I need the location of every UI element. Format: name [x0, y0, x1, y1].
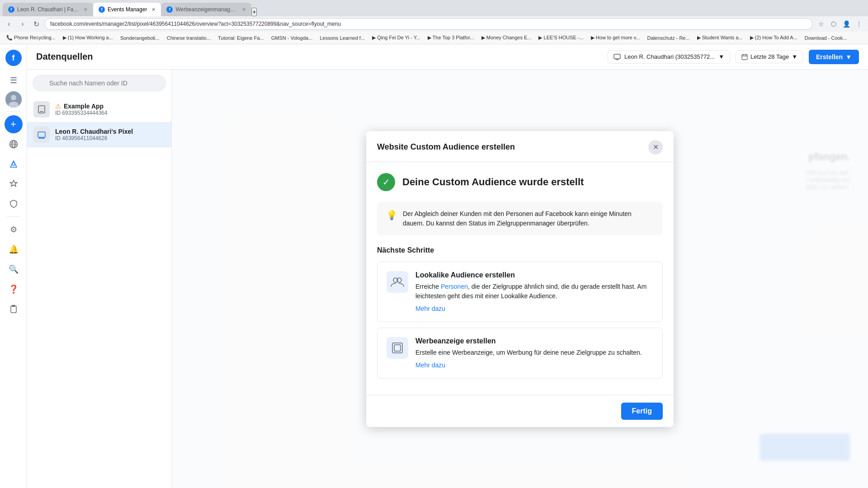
werbeanzeige-mehr-dazu-link[interactable]: Mehr dazu [415, 361, 445, 369]
list-item-pixel[interactable]: Leon R. Chaudhari's Pixel ID 46395641104… [27, 122, 171, 147]
create-button[interactable]: Erstellen ▼ [809, 50, 859, 64]
success-section: ✓ Deine Custom Audience wurde erstellt [377, 173, 663, 191]
reload-button[interactable]: ↻ [31, 19, 42, 29]
bookmark-phone[interactable]: 📞 Phone Recycling... [4, 34, 58, 42]
search-box: 🔍 [27, 70, 171, 97]
modal: Website Custom Audience erstellen ✕ ✓ De… [366, 131, 674, 427]
sidebar-item-star[interactable] [5, 175, 23, 193]
bookmark-student[interactable]: ▶ Student Wants a... [694, 34, 745, 42]
personen-link[interactable]: Personen [441, 283, 468, 290]
lookalike-content: Lookalike Audience erstellen Erreiche Pe… [415, 271, 653, 313]
werbeanzeige-desc: Erstelle eine Werbeanzeige, um Werbung f… [415, 348, 653, 357]
tab-werbeanzeigen[interactable]: f Werbeanzeigenmanager - We... ✕ [161, 3, 251, 16]
tab-close-facebook[interactable]: ✕ [84, 7, 88, 13]
next-steps-title: Nächste Schritte [377, 246, 663, 254]
menu-button[interactable]: ⋮ [854, 19, 864, 29]
bookmark-how-to[interactable]: ▶ (2) How To Add A... [747, 34, 800, 42]
bookmark-gmsn[interactable]: GMSN - Vologda... [269, 34, 316, 42]
sidebar: f ☰ + ⚙ 🔔 🔍 ❓ [0, 44, 27, 488]
werbeanzeige-card[interactable]: Werbeanzeige erstellen Erstelle eine Wer… [377, 328, 663, 379]
list-item-icon-pixel [33, 127, 50, 143]
bookmark-datenschutz[interactable]: Datenschutz - Re... [644, 34, 692, 42]
content-area: 🔍 ⚠ Example App ID 693395334444364 [27, 70, 868, 488]
fertig-button[interactable]: Fertig [621, 403, 663, 420]
sidebar-logo[interactable]: f [5, 50, 22, 66]
main-content: Datenquellen Leon R. Chaudhari (30325357… [27, 44, 868, 488]
lookalike-desc: Erreiche Personen, die der Zielgruppe äh… [415, 282, 653, 301]
tab-close-events-manager[interactable]: ✕ [151, 7, 156, 13]
success-heading: Deine Custom Audience wurde erstellt [402, 176, 584, 188]
sidebar-item-bell[interactable]: 🔔 [5, 240, 23, 258]
svg-point-1 [11, 95, 16, 100]
extensions-button[interactable]: ⬡ [828, 19, 839, 29]
forward-button[interactable]: › [17, 19, 28, 29]
date-filter-chevron-icon: ▼ [792, 53, 797, 60]
list-item-example-app[interactable]: ⚠ Example App ID 693395334444364 [27, 97, 171, 122]
sidebar-item-help[interactable]: ❓ [5, 280, 23, 298]
pixel-name: Leon R. Chaudhari's Pixel [55, 128, 165, 135]
bookmark-lessons[interactable]: Lessons Learned f... [317, 34, 368, 42]
bookmark-lee[interactable]: ▶ LEE'S HOUSE -... [536, 34, 586, 42]
werbeanzeige-content: Werbeanzeige erstellen Erstelle eine Wer… [415, 337, 653, 369]
bookmark-top3[interactable]: ▶ The Top 3 Platfor... [425, 34, 477, 42]
address-bar[interactable]: facebook.com/events/manager2/list/pixel/… [44, 18, 813, 30]
sidebar-item-settings[interactable]: ⚙ [5, 221, 23, 239]
lookalike-title: Lookalike Audience erstellen [415, 271, 653, 279]
tab-facebook[interactable]: f Leon R. Chaudhari | Facebook ✕ [3, 3, 93, 16]
sidebar-item-chart[interactable] [5, 155, 23, 173]
modal-header: Website Custom Audience erstellen ✕ [366, 131, 674, 162]
sidebar-item-search[interactable]: 🔍 [5, 260, 23, 278]
back-button[interactable]: ‹ [4, 19, 14, 29]
sidebar-item-menu[interactable]: ☰ [5, 71, 23, 89]
modal-body: ✓ Deine Custom Audience wurde erstellt 💡… [366, 162, 674, 395]
svg-rect-15 [38, 132, 45, 137]
bookmark-sonder[interactable]: Sonderangeboti... [118, 34, 162, 42]
bookmark-qing[interactable]: ▶ Qing Fei De Yi - Y... [369, 34, 423, 42]
tab-close-werbeanzeigen[interactable]: ✕ [242, 7, 246, 13]
app-container: f ☰ + ⚙ 🔔 🔍 ❓ Datenquellen [0, 44, 868, 488]
search-input[interactable] [33, 75, 166, 91]
page-title: Datenquellen [36, 52, 93, 62]
account-chevron-icon: ▼ [718, 53, 724, 60]
warning-icon: ⚠ [55, 103, 61, 110]
bookmark-more[interactable]: ▶ How to get more v... [588, 34, 643, 42]
left-panel: 🔍 ⚠ Example App ID 693395334444364 [27, 70, 172, 488]
svg-rect-12 [742, 55, 747, 60]
svg-rect-19 [394, 345, 401, 351]
lookalike-step-icon [387, 271, 408, 293]
new-tab-button[interactable]: + [251, 8, 257, 16]
bookmark-star-button[interactable]: ☆ [816, 19, 826, 29]
top-bar-right: Leon R. Chaudhari (3032535772... ▼ Letzt… [608, 50, 859, 64]
browser-nav: ‹ › ↻ facebook.com/events/manager2/list/… [0, 16, 868, 32]
svg-rect-11 [614, 54, 620, 59]
bookmarks-bar: 📞 Phone Recycling... ▶ (1) How Working a… [0, 32, 868, 44]
werbeanzeige-step-icon [387, 337, 408, 359]
tab-events-manager[interactable]: f Events Manager ✕ [93, 3, 161, 16]
werbeanzeige-title: Werbeanzeige erstellen [415, 337, 653, 345]
top-bar: Datenquellen Leon R. Chaudhari (30325357… [27, 44, 868, 70]
sidebar-item-add[interactable]: + [5, 115, 23, 133]
svg-rect-14 [40, 111, 43, 112]
sidebar-item-clipboard[interactable] [5, 300, 23, 318]
bookmark-download[interactable]: Download - Cook... [802, 34, 850, 42]
sidebar-avatar[interactable] [5, 91, 22, 108]
browser-tabs: f Leon R. Chaudhari | Facebook ✕ f Event… [0, 0, 868, 16]
lookalike-mehr-dazu-link[interactable]: Mehr dazu [415, 305, 445, 312]
sidebar-item-globe[interactable] [5, 135, 23, 153]
lookalike-card[interactable]: Lookalike Audience erstellen Erreiche Pe… [377, 262, 663, 322]
sidebar-divider-top [7, 111, 20, 112]
bookmark-tutorial[interactable]: Tutorial: Eigene Fa... [215, 34, 267, 42]
profile-button[interactable]: 👤 [841, 19, 852, 29]
list-item-icon-app [33, 101, 50, 117]
sidebar-item-shield[interactable] [5, 195, 23, 213]
lightbulb-icon: 💡 [386, 210, 397, 228]
bookmark-working[interactable]: ▶ (1) How Working a... [60, 34, 116, 42]
account-switcher[interactable]: Leon R. Chaudhari (3032535772... ▼ [608, 50, 730, 64]
date-filter[interactable]: Letzte 28 Tage ▼ [736, 50, 803, 63]
bookmark-chinese[interactable]: Chinese translatio... [164, 34, 213, 42]
bookmark-money[interactable]: ▶ Money Changes E... [479, 34, 534, 42]
list-item-info-app: ⚠ Example App ID 693395334444364 [55, 103, 165, 116]
modal-close-button[interactable]: ✕ [648, 140, 663, 155]
list-item-info-pixel: Leon R. Chaudhari's Pixel ID 46395641104… [55, 128, 165, 141]
modal-title: Website Custom Audience erstellen [377, 142, 515, 152]
